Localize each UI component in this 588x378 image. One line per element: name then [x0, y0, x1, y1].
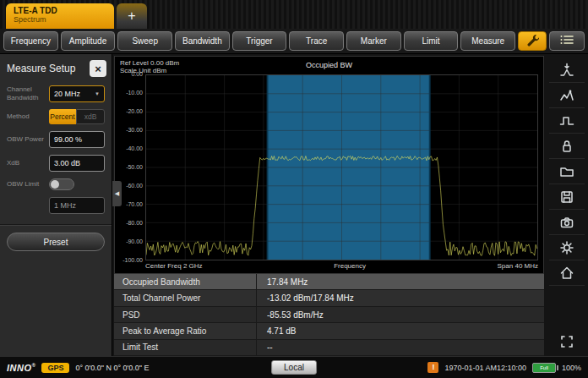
xdb-label: XdB — [7, 159, 44, 167]
trace-peak-icon — [559, 88, 574, 103]
peak-search-icon — [559, 63, 574, 78]
measure-setup-panel: Measure Setup × Channel Bandwidth 20 MHz… — [0, 54, 112, 356]
bandwidth-button[interactable]: Bandwidth — [175, 31, 230, 51]
status-bar: INNO® GPS 0° 0'0.0" N 0° 0'0.0" E Local … — [0, 356, 588, 378]
tab-lte-a-tdd-spectrum[interactable]: LTE-A TDD Spectrum — [6, 3, 114, 29]
gps-badge[interactable]: GPS — [41, 363, 69, 373]
panel-divider — [0, 224, 112, 226]
table-row[interactable]: Peak to Average Ratio 4.71 dB — [114, 323, 544, 339]
trace-button[interactable]: Trace — [289, 31, 344, 51]
chart-title: Occupied BW — [120, 61, 538, 69]
table-row[interactable]: PSD -85.53 dBm/Hz — [114, 307, 544, 323]
panel-title: Measure Setup — [7, 63, 75, 74]
measure-button[interactable]: Measure — [460, 31, 515, 51]
method-option-xdb[interactable]: xdB — [76, 109, 105, 124]
alert-icon[interactable]: ! — [427, 362, 438, 373]
frequency-button[interactable]: Frequency — [3, 31, 58, 51]
marker-button[interactable]: Marker — [346, 31, 401, 51]
obw-limit-label: OBW Limit — [7, 180, 44, 189]
settings-gear-icon — [559, 240, 574, 255]
open-file-button[interactable] — [549, 159, 585, 184]
obw-limit-value-field[interactable]: 1 MHz — [49, 197, 105, 214]
menu-list-button[interactable] — [549, 31, 585, 51]
local-button[interactable]: Local — [271, 360, 317, 375]
wrench-icon — [525, 33, 539, 50]
trace-peak-button[interactable] — [549, 83, 585, 108]
battery-icon: Full — [532, 363, 556, 373]
collapse-panel-arrow[interactable]: ◀ — [112, 181, 122, 206]
fullscreen-icon — [559, 334, 574, 349]
results-table: Occupied Bandwidth 17.84 MHz Total Chann… — [114, 274, 544, 356]
peak-search-button[interactable] — [549, 58, 585, 83]
battery-percent: 100% — [562, 364, 581, 372]
folder-icon — [559, 164, 574, 179]
tab-subtitle: Spectrum — [14, 16, 106, 25]
chevron-down-icon: ▼ — [95, 91, 100, 96]
pulse-waveform-button[interactable] — [549, 108, 585, 134]
lock-button[interactable] — [549, 134, 585, 159]
limit-button[interactable]: Limit — [404, 31, 459, 51]
gps-coordinates: 0° 0'0.0" N 0° 0'0.0" E — [75, 364, 149, 372]
fullscreen-button[interactable] — [549, 329, 585, 354]
channel-bandwidth-label: Channel Bandwidth — [7, 85, 44, 101]
toggle-knob — [51, 180, 59, 189]
method-label: Method — [7, 112, 44, 121]
settings-button[interactable] — [549, 235, 585, 260]
datetime: 1970-01-01 AM12:10:00 — [444, 364, 526, 372]
table-row[interactable]: Total Channel Power -13.02 dBm/17.84 MHz — [114, 290, 544, 306]
spectrum-plot — [146, 75, 537, 260]
camera-icon — [559, 215, 574, 230]
menu-bar: Frequency Amplitude Sweep Bandwidth Trig… — [0, 29, 588, 54]
app-window: LTE-A TDD Spectrum + Frequency Amplitude… — [0, 0, 588, 378]
screenshot-button[interactable] — [549, 210, 585, 235]
table-row[interactable]: Occupied Bandwidth 17.84 MHz — [114, 274, 544, 290]
center-freq-label: Center Freq 2 GHz — [145, 262, 203, 270]
obw-power-field[interactable]: 99.00 % — [49, 131, 105, 148]
list-icon — [559, 34, 574, 49]
xdb-field[interactable]: 3.00 dB — [49, 155, 105, 172]
y-axis-labels: 0.00 -10.00 -20.00 -30.00 -40.00 -50.00 … — [120, 71, 145, 264]
obw-limit-toggle[interactable] — [49, 178, 74, 190]
brand-logo: INNO® — [7, 363, 35, 373]
home-icon — [559, 266, 574, 281]
amplitude-button[interactable]: Amplitude — [61, 31, 116, 51]
table-row[interactable]: Limit Test -- — [114, 340, 544, 356]
x-axis-title: Frequency — [334, 262, 366, 270]
obw-power-label: OBW Power — [7, 135, 44, 144]
new-tab-button[interactable]: + — [117, 3, 147, 29]
sweep-button[interactable]: Sweep — [117, 31, 172, 51]
method-option-percent[interactable]: Percent — [49, 109, 76, 124]
save-button[interactable] — [549, 184, 585, 210]
pulse-waveform-icon — [559, 113, 574, 129]
content-area: Measure Setup × Channel Bandwidth 20 MHz… — [0, 54, 588, 356]
save-icon — [559, 189, 574, 205]
channel-bandwidth-select[interactable]: 20 MHz ▼ — [49, 85, 105, 102]
span-label: Span 40 MHz — [498, 262, 538, 270]
tab-bar: LTE-A TDD Spectrum + — [0, 0, 588, 29]
plot-grid-area — [145, 74, 538, 260]
side-toolbar — [546, 54, 588, 356]
lock-icon — [559, 139, 574, 154]
main-display: ◀ Ref Level 0.00 dBm Scale Unit dBm Occu… — [112, 54, 546, 356]
tools-wrench-button[interactable] — [518, 31, 547, 51]
trigger-button[interactable]: Trigger — [232, 31, 287, 51]
spectrum-chart: Ref Level 0.00 dBm Scale Unit dBm Occupi… — [114, 56, 544, 274]
method-segmented-control: Percent xdB — [49, 109, 105, 124]
close-panel-button[interactable]: × — [90, 60, 106, 77]
home-button[interactable] — [549, 260, 585, 286]
preset-button[interactable]: Preset — [7, 233, 105, 251]
